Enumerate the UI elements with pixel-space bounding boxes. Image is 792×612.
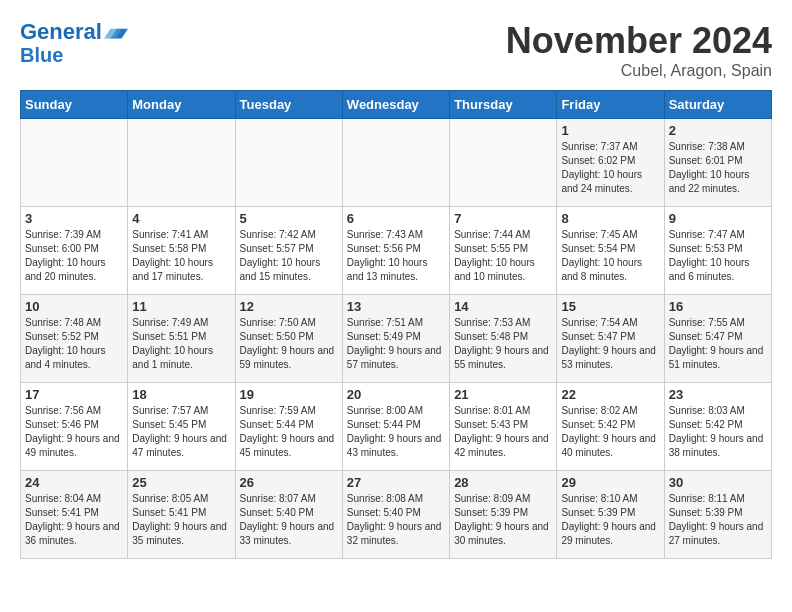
day-info: Sunrise: 8:04 AMSunset: 5:41 PMDaylight:… (25, 492, 123, 548)
calendar-cell (342, 119, 449, 207)
calendar-cell: 10Sunrise: 7:48 AMSunset: 5:52 PMDayligh… (21, 295, 128, 383)
calendar-cell (450, 119, 557, 207)
day-info: Sunrise: 7:51 AMSunset: 5:49 PMDaylight:… (347, 316, 445, 372)
day-info: Sunrise: 8:08 AMSunset: 5:40 PMDaylight:… (347, 492, 445, 548)
calendar-week-row: 10Sunrise: 7:48 AMSunset: 5:52 PMDayligh… (21, 295, 772, 383)
day-info: Sunrise: 7:47 AMSunset: 5:53 PMDaylight:… (669, 228, 767, 284)
title-block: November 2024 Cubel, Aragon, Spain (506, 20, 772, 80)
day-info: Sunrise: 7:45 AMSunset: 5:54 PMDaylight:… (561, 228, 659, 284)
calendar-cell: 25Sunrise: 8:05 AMSunset: 5:41 PMDayligh… (128, 471, 235, 559)
day-number: 20 (347, 387, 445, 402)
day-info: Sunrise: 7:53 AMSunset: 5:48 PMDaylight:… (454, 316, 552, 372)
calendar-cell: 26Sunrise: 8:07 AMSunset: 5:40 PMDayligh… (235, 471, 342, 559)
logo-text: General (20, 20, 102, 44)
day-info: Sunrise: 7:37 AMSunset: 6:02 PMDaylight:… (561, 140, 659, 196)
calendar-cell: 17Sunrise: 7:56 AMSunset: 5:46 PMDayligh… (21, 383, 128, 471)
day-info: Sunrise: 7:48 AMSunset: 5:52 PMDaylight:… (25, 316, 123, 372)
logo-line2: Blue (20, 44, 128, 66)
calendar-cell: 4Sunrise: 7:41 AMSunset: 5:58 PMDaylight… (128, 207, 235, 295)
calendar-cell: 7Sunrise: 7:44 AMSunset: 5:55 PMDaylight… (450, 207, 557, 295)
day-number: 4 (132, 211, 230, 226)
day-info: Sunrise: 7:38 AMSunset: 6:01 PMDaylight:… (669, 140, 767, 196)
day-number: 21 (454, 387, 552, 402)
day-number: 30 (669, 475, 767, 490)
calendar-cell: 12Sunrise: 7:50 AMSunset: 5:50 PMDayligh… (235, 295, 342, 383)
calendar-week-row: 24Sunrise: 8:04 AMSunset: 5:41 PMDayligh… (21, 471, 772, 559)
page-header: General Blue November 2024 Cubel, Aragon… (20, 20, 772, 80)
day-number: 13 (347, 299, 445, 314)
day-number: 9 (669, 211, 767, 226)
day-number: 6 (347, 211, 445, 226)
calendar-cell: 23Sunrise: 8:03 AMSunset: 5:42 PMDayligh… (664, 383, 771, 471)
calendar-cell (128, 119, 235, 207)
day-number: 15 (561, 299, 659, 314)
day-info: Sunrise: 8:05 AMSunset: 5:41 PMDaylight:… (132, 492, 230, 548)
day-info: Sunrise: 8:01 AMSunset: 5:43 PMDaylight:… (454, 404, 552, 460)
day-number: 29 (561, 475, 659, 490)
logo: General Blue (20, 20, 128, 66)
day-number: 26 (240, 475, 338, 490)
calendar-cell: 20Sunrise: 8:00 AMSunset: 5:44 PMDayligh… (342, 383, 449, 471)
weekday-header: Sunday (21, 91, 128, 119)
day-info: Sunrise: 7:50 AMSunset: 5:50 PMDaylight:… (240, 316, 338, 372)
calendar-cell: 24Sunrise: 8:04 AMSunset: 5:41 PMDayligh… (21, 471, 128, 559)
day-info: Sunrise: 7:43 AMSunset: 5:56 PMDaylight:… (347, 228, 445, 284)
month-title: November 2024 (506, 20, 772, 62)
logo-icon (104, 20, 128, 44)
day-info: Sunrise: 8:09 AMSunset: 5:39 PMDaylight:… (454, 492, 552, 548)
calendar-cell (21, 119, 128, 207)
calendar-cell: 8Sunrise: 7:45 AMSunset: 5:54 PMDaylight… (557, 207, 664, 295)
day-number: 1 (561, 123, 659, 138)
weekday-header: Saturday (664, 91, 771, 119)
day-number: 16 (669, 299, 767, 314)
weekday-header: Monday (128, 91, 235, 119)
calendar-cell: 19Sunrise: 7:59 AMSunset: 5:44 PMDayligh… (235, 383, 342, 471)
calendar-cell (235, 119, 342, 207)
calendar-cell: 5Sunrise: 7:42 AMSunset: 5:57 PMDaylight… (235, 207, 342, 295)
day-number: 23 (669, 387, 767, 402)
day-number: 14 (454, 299, 552, 314)
calendar-cell: 2Sunrise: 7:38 AMSunset: 6:01 PMDaylight… (664, 119, 771, 207)
day-info: Sunrise: 7:57 AMSunset: 5:45 PMDaylight:… (132, 404, 230, 460)
day-number: 28 (454, 475, 552, 490)
day-number: 12 (240, 299, 338, 314)
day-info: Sunrise: 8:00 AMSunset: 5:44 PMDaylight:… (347, 404, 445, 460)
day-number: 19 (240, 387, 338, 402)
day-info: Sunrise: 7:59 AMSunset: 5:44 PMDaylight:… (240, 404, 338, 460)
day-info: Sunrise: 8:03 AMSunset: 5:42 PMDaylight:… (669, 404, 767, 460)
calendar-cell: 30Sunrise: 8:11 AMSunset: 5:39 PMDayligh… (664, 471, 771, 559)
calendar-cell: 21Sunrise: 8:01 AMSunset: 5:43 PMDayligh… (450, 383, 557, 471)
calendar-week-row: 3Sunrise: 7:39 AMSunset: 6:00 PMDaylight… (21, 207, 772, 295)
day-number: 10 (25, 299, 123, 314)
day-info: Sunrise: 7:39 AMSunset: 6:00 PMDaylight:… (25, 228, 123, 284)
day-info: Sunrise: 7:41 AMSunset: 5:58 PMDaylight:… (132, 228, 230, 284)
calendar-cell: 16Sunrise: 7:55 AMSunset: 5:47 PMDayligh… (664, 295, 771, 383)
day-number: 11 (132, 299, 230, 314)
calendar-cell: 28Sunrise: 8:09 AMSunset: 5:39 PMDayligh… (450, 471, 557, 559)
day-info: Sunrise: 8:11 AMSunset: 5:39 PMDaylight:… (669, 492, 767, 548)
weekday-header: Friday (557, 91, 664, 119)
day-number: 22 (561, 387, 659, 402)
weekday-header: Tuesday (235, 91, 342, 119)
calendar-header: SundayMondayTuesdayWednesdayThursdayFrid… (21, 91, 772, 119)
day-info: Sunrise: 7:54 AMSunset: 5:47 PMDaylight:… (561, 316, 659, 372)
day-info: Sunrise: 8:10 AMSunset: 5:39 PMDaylight:… (561, 492, 659, 548)
day-info: Sunrise: 7:56 AMSunset: 5:46 PMDaylight:… (25, 404, 123, 460)
day-number: 27 (347, 475, 445, 490)
day-number: 24 (25, 475, 123, 490)
calendar-cell: 3Sunrise: 7:39 AMSunset: 6:00 PMDaylight… (21, 207, 128, 295)
calendar-cell: 11Sunrise: 7:49 AMSunset: 5:51 PMDayligh… (128, 295, 235, 383)
day-info: Sunrise: 7:55 AMSunset: 5:47 PMDaylight:… (669, 316, 767, 372)
day-number: 7 (454, 211, 552, 226)
day-number: 25 (132, 475, 230, 490)
location: Cubel, Aragon, Spain (506, 62, 772, 80)
day-info: Sunrise: 7:44 AMSunset: 5:55 PMDaylight:… (454, 228, 552, 284)
calendar-week-row: 1Sunrise: 7:37 AMSunset: 6:02 PMDaylight… (21, 119, 772, 207)
day-number: 8 (561, 211, 659, 226)
weekday-header: Wednesday (342, 91, 449, 119)
calendar-cell: 27Sunrise: 8:08 AMSunset: 5:40 PMDayligh… (342, 471, 449, 559)
day-number: 2 (669, 123, 767, 138)
calendar-cell: 29Sunrise: 8:10 AMSunset: 5:39 PMDayligh… (557, 471, 664, 559)
weekday-row: SundayMondayTuesdayWednesdayThursdayFrid… (21, 91, 772, 119)
calendar-cell: 9Sunrise: 7:47 AMSunset: 5:53 PMDaylight… (664, 207, 771, 295)
